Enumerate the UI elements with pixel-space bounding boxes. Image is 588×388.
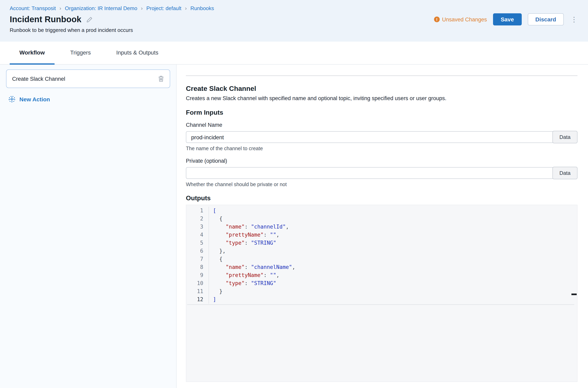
breadcrumb: Account: Transposit › Organization: IR I… — [10, 5, 578, 11]
line-number: 11 — [186, 288, 203, 295]
breadcrumb-link-project[interactable]: Project: default — [146, 5, 181, 11]
workflow-body: Create Slack Channel — [0, 65, 588, 388]
code-line: 11 } — [186, 288, 577, 295]
line-number: 12 — [186, 295, 203, 304]
save-button[interactable]: Save — [493, 13, 522, 25]
page-title: Incident Runbook — [10, 15, 81, 24]
form-inputs-heading: Form Inputs — [186, 109, 578, 116]
input-row: Data — [186, 167, 578, 179]
delete-action-button[interactable] — [157, 75, 165, 83]
action-title: Create Slack Channel — [186, 85, 578, 93]
outputs-heading: Outputs — [186, 194, 578, 202]
code-text: }, — [209, 247, 226, 255]
new-action-label: New Action — [19, 96, 50, 102]
app: Account: Transposit › Organization: IR I… — [0, 0, 588, 388]
tab-triggers[interactable]: Triggers — [61, 42, 101, 65]
discard-button[interactable]: Discard — [528, 13, 564, 25]
outputs-editor[interactable]: 1[2 {3 "name": "channelId",4 "prettyName… — [186, 205, 578, 382]
breadcrumb-link-account[interactable]: Account: Transposit — [10, 5, 56, 11]
private-data-button[interactable]: Data — [552, 167, 578, 179]
pencil-icon — [87, 16, 93, 23]
code-line: 4 "prettyName": "", — [186, 231, 577, 239]
code-text: } — [209, 288, 222, 295]
action-detail-panel: Create Slack Channel Creates a new Slack… — [177, 65, 588, 388]
private-input[interactable] — [186, 167, 578, 179]
input-row: Data — [186, 131, 578, 143]
channel-name-input[interactable] — [186, 131, 578, 143]
code-line: 7 { — [186, 255, 577, 263]
field-private: Private (optional) Data Whether the chan… — [186, 158, 578, 187]
field-channel-name: Channel Name Data The name of the channe… — [186, 122, 578, 151]
code-text: "type": "STRING" — [209, 239, 276, 247]
action-description: Creates a new Slack channel with specifi… — [186, 95, 578, 101]
chevron-right-icon: › — [185, 5, 187, 11]
unsaved-changes-label: Unsaved Changes — [442, 16, 487, 23]
new-action-button[interactable]: New Action — [8, 95, 50, 103]
line-number: 10 — [186, 279, 203, 288]
code-line: 6 }, — [186, 247, 577, 255]
code-text: "prettyName": "", — [209, 231, 279, 239]
line-number: 3 — [186, 223, 203, 231]
field-label: Channel Name — [186, 122, 578, 128]
page-header: Account: Transposit › Organization: IR I… — [0, 0, 588, 42]
breadcrumb-link-runbooks[interactable]: Runbooks — [190, 5, 214, 11]
code-line: 2 { — [186, 215, 577, 223]
chevron-right-icon: › — [141, 5, 143, 11]
tab-bar: Workflow Triggers Inputs & Outputs — [0, 42, 588, 65]
code-line: 12] — [186, 295, 577, 304]
field-label: Private (optional) — [186, 158, 578, 164]
exclamation-circle-icon: ! — [434, 17, 440, 22]
channel-name-data-button[interactable]: Data — [552, 131, 578, 143]
line-number: 6 — [186, 247, 203, 255]
plus-circle-icon — [8, 95, 16, 103]
line-number: 1 — [186, 207, 203, 215]
code-text: ] — [209, 295, 216, 304]
code-text: "name": "channelName", — [209, 263, 295, 271]
breadcrumb-link-organization[interactable]: Organization: IR Internal Demo — [65, 5, 137, 11]
editor-divider — [187, 304, 574, 305]
code-line: 3 "name": "channelId", — [186, 223, 577, 231]
code-text: [ — [209, 207, 216, 215]
trash-icon — [158, 75, 164, 82]
edit-title-button[interactable] — [87, 16, 93, 23]
field-help-text: The name of the channel to create — [186, 146, 578, 151]
code-line: 10 "type": "STRING" — [186, 279, 577, 288]
unsaved-changes-badge: ! Unsaved Changes — [434, 16, 487, 23]
actions-sidebar: Create Slack Channel — [0, 65, 177, 388]
header-actions: ! Unsaved Changes Save Discard ⋮ — [434, 13, 578, 25]
kebab-menu-icon[interactable]: ⋮ — [570, 16, 578, 23]
tab-inputs-outputs[interactable]: Inputs & Outputs — [107, 42, 168, 65]
field-help-text: Whether the channel should be private or… — [186, 182, 578, 187]
detail-top-divider — [186, 75, 578, 76]
code-line: 9 "prettyName": "", — [186, 271, 577, 279]
code-line: 8 "name": "channelName", — [186, 263, 577, 271]
line-number: 9 — [186, 271, 203, 279]
line-number: 7 — [186, 255, 203, 263]
code-text: "name": "channelId", — [209, 223, 289, 231]
editor-scrollbar-thumb[interactable] — [571, 293, 577, 295]
outputs-editor-content: 1[2 {3 "name": "channelId",4 "prettyName… — [186, 207, 577, 304]
line-number: 8 — [186, 263, 203, 271]
action-card-create-slack-channel[interactable]: Create Slack Channel — [6, 70, 170, 88]
code-text: "type": "STRING" — [209, 279, 276, 288]
line-number: 4 — [186, 231, 203, 239]
line-number: 5 — [186, 239, 203, 247]
code-text: { — [209, 215, 222, 223]
code-line: 5 "type": "STRING" — [186, 239, 577, 247]
code-text: { — [209, 255, 222, 263]
tab-workflow[interactable]: Workflow — [10, 42, 54, 65]
chevron-right-icon: › — [59, 5, 61, 11]
code-text: "prettyName": "", — [209, 271, 279, 279]
code-line: 1[ — [186, 207, 577, 215]
action-card-label: Create Slack Channel — [12, 76, 65, 82]
page-subtitle: Runbook to be triggered when a prod inci… — [10, 27, 578, 33]
line-number: 2 — [186, 215, 203, 223]
